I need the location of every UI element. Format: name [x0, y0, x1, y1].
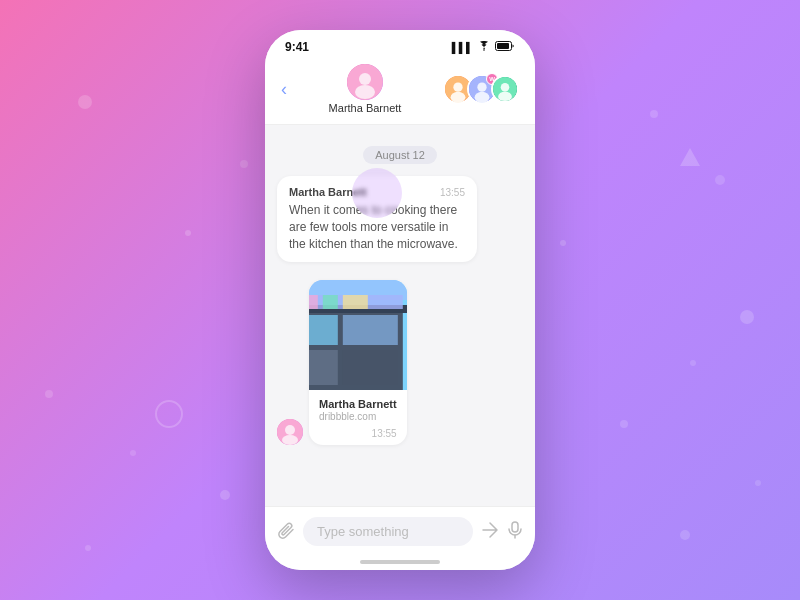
sender-avatar [277, 419, 303, 445]
wifi-icon [477, 41, 491, 53]
battery-icon [495, 41, 515, 53]
svg-point-8 [451, 92, 466, 103]
svg-point-11 [475, 92, 490, 103]
chat-area: August 12 Martha Barnett 13:55 When it c… [265, 125, 535, 506]
svg-rect-21 [309, 315, 338, 345]
svg-rect-22 [343, 315, 398, 345]
svg-rect-2 [497, 43, 509, 49]
svg-rect-29 [343, 295, 368, 309]
date-divider: August 12 [277, 145, 523, 164]
svg-point-4 [359, 73, 371, 85]
svg-rect-23 [309, 350, 338, 385]
phone-frame: 9:41 ▌▌▌ ‹ [265, 30, 535, 570]
home-indicator [265, 560, 535, 570]
svg-rect-27 [309, 295, 318, 309]
message-input-field[interactable]: Type something [303, 517, 473, 546]
link-card[interactable]: Martha Barnett dribbble.com 13:55 [309, 280, 407, 445]
message-group-2: Martha Barnett dribbble.com 13:55 [277, 272, 523, 445]
back-button[interactable]: ‹ [281, 79, 287, 100]
svg-rect-30 [512, 522, 518, 532]
svg-point-16 [285, 425, 295, 435]
status-time: 9:41 [285, 40, 309, 54]
home-bar [360, 560, 440, 564]
contact-name: Martha Barnett [329, 102, 402, 114]
date-label: August 12 [363, 146, 437, 164]
reaction-overlay [352, 168, 402, 218]
svg-point-7 [453, 83, 462, 92]
svg-point-5 [355, 85, 375, 99]
nav-right-avatars: W [443, 74, 519, 104]
svg-point-17 [282, 435, 298, 445]
link-card-body: Martha Barnett dribbble.com [309, 390, 407, 426]
nav-bar: ‹ Martha Barnett [265, 58, 535, 125]
status-icons: ▌▌▌ [452, 41, 515, 53]
svg-point-0 [483, 49, 485, 51]
status-bar: 9:41 ▌▌▌ [265, 30, 535, 58]
svg-point-14 [498, 92, 512, 102]
input-bar: Type something [265, 506, 535, 560]
input-placeholder: Type something [317, 524, 409, 539]
mic-icon[interactable] [507, 521, 523, 543]
link-card-title: Martha Barnett [319, 398, 397, 410]
link-card-image [309, 280, 407, 390]
attach-icon[interactable] [277, 521, 295, 543]
svg-point-10 [477, 83, 486, 92]
message-group-1: Martha Barnett 13:55 When it comes to co… [277, 176, 523, 262]
group-avatar-3 [491, 75, 519, 103]
text-message-bubble: Martha Barnett 13:55 When it comes to co… [277, 176, 477, 262]
svg-rect-28 [323, 295, 338, 309]
link-card-footer: 13:55 [309, 426, 407, 445]
message-time: 13:55 [440, 187, 465, 198]
link-card-time: 13:55 [372, 428, 397, 439]
nav-center: Martha Barnett [329, 64, 402, 114]
signal-icon: ▌▌▌ [452, 42, 473, 53]
svg-point-13 [501, 83, 510, 92]
send-icon[interactable] [481, 521, 499, 543]
link-card-url: dribbble.com [319, 411, 397, 422]
svg-rect-24 [343, 350, 398, 385]
contact-avatar [347, 64, 383, 100]
